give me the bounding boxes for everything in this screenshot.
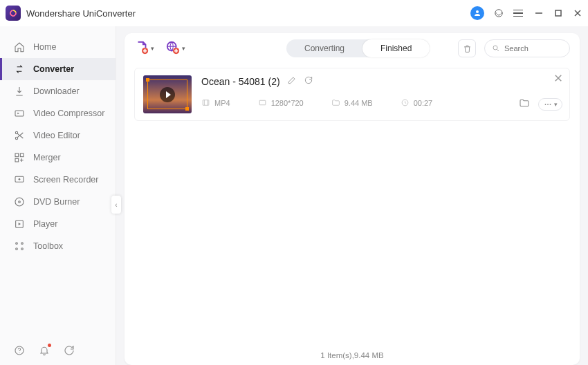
sidebar-item-label: Toolbox <box>33 241 63 251</box>
sidebar-item-editor[interactable]: Video Editor <box>0 124 116 147</box>
tab-finished[interactable]: Finished <box>362 39 430 57</box>
file-card: Ocean - 54081 (2) MP4 1280*720 <box>134 68 570 121</box>
svg-point-20 <box>21 248 24 250</box>
recorder-icon <box>14 174 25 185</box>
notification-icon[interactable] <box>39 345 50 358</box>
compressor-icon <box>14 108 25 119</box>
svg-rect-9 <box>15 153 19 157</box>
add-file-icon <box>134 40 149 57</box>
scissors-icon <box>14 130 25 141</box>
status-text: 1 Item(s),9.44 MB <box>320 351 383 359</box>
add-url-button[interactable]: ▾ <box>165 40 185 57</box>
sidebar-item-label: DVD Burner <box>33 197 80 207</box>
svg-point-34 <box>547 104 549 105</box>
svg-rect-3 <box>555 10 561 16</box>
sidebar-item-label: Downloader <box>33 86 80 96</box>
svg-point-33 <box>545 104 546 105</box>
sidebar-item-label: Player <box>33 219 57 229</box>
search-input[interactable] <box>504 44 560 53</box>
svg-rect-28 <box>203 100 209 106</box>
svg-point-18 <box>21 243 24 245</box>
sidebar-item-label: Video Compressor <box>33 109 104 118</box>
sidebar-item-converter[interactable]: Converter <box>0 58 116 80</box>
refresh-button[interactable] <box>304 75 313 87</box>
sidebar-item-downloader[interactable]: Downloader <box>0 80 116 102</box>
svg-point-8 <box>15 137 17 139</box>
clock-icon <box>401 98 410 107</box>
file-list: Ocean - 54081 (2) MP4 1280*720 <box>125 64 580 346</box>
svg-point-7 <box>15 131 17 133</box>
menu-icon[interactable] <box>513 10 523 17</box>
merger-icon <box>14 152 25 163</box>
app-logo <box>6 6 21 21</box>
search-icon <box>492 44 500 53</box>
sidebar-item-label: Home <box>33 42 56 52</box>
svg-point-35 <box>550 104 551 105</box>
chevron-down-icon: ▾ <box>554 101 558 108</box>
meta-duration: 00:27 <box>401 98 433 107</box>
disc-icon <box>14 196 25 207</box>
trash-icon <box>463 44 472 53</box>
svg-rect-11 <box>15 158 19 162</box>
help-icon[interactable] <box>14 345 25 358</box>
close-button[interactable] <box>573 8 582 18</box>
feedback-icon[interactable] <box>64 345 75 358</box>
svg-point-17 <box>16 243 18 245</box>
sidebar-item-recorder[interactable]: Screen Recorder <box>0 169 116 191</box>
toolbar: ▾ ▾ Converting Finished <box>125 33 580 64</box>
chevron-down-icon: ▾ <box>182 45 185 52</box>
open-folder-button[interactable] <box>519 97 530 111</box>
sidebar-item-player[interactable]: Player <box>0 213 116 235</box>
search-box[interactable] <box>484 39 570 57</box>
play-icon <box>160 87 175 102</box>
svg-point-13 <box>19 178 21 180</box>
more-icon <box>543 100 553 109</box>
sidebar-item-merger[interactable]: Merger <box>0 147 116 169</box>
tabs: Converting Finished <box>286 39 430 57</box>
toolbox-icon <box>14 241 25 252</box>
chevron-down-icon: ▾ <box>151 45 154 52</box>
play-icon <box>14 218 25 230</box>
sidebar-item-toolbox[interactable]: Toolbox <box>0 235 116 257</box>
meta-size: 9.44 MB <box>331 98 373 107</box>
add-file-button[interactable]: ▾ <box>134 40 154 57</box>
video-thumbnail[interactable] <box>143 75 192 113</box>
more-actions-button[interactable]: ▾ <box>538 98 562 111</box>
main-area: ▾ ▾ Converting Finished <box>116 26 588 365</box>
svg-point-14 <box>15 198 24 206</box>
svg-point-0 <box>476 10 479 13</box>
meta-resolution: 1280*720 <box>258 98 304 107</box>
svg-rect-10 <box>20 153 24 157</box>
sidebar-item-label: Converter <box>33 64 74 74</box>
folder-icon <box>331 98 340 107</box>
user-account-icon[interactable] <box>470 6 484 20</box>
svg-point-26 <box>493 46 497 50</box>
folder-icon <box>519 97 530 109</box>
status-bar: 1 Item(s),9.44 MB <box>125 346 580 365</box>
sidebar-item-label: Video Editor <box>33 131 80 140</box>
close-icon <box>554 74 562 82</box>
file-title: Ocean - 54081 (2) <box>201 76 280 87</box>
edit-name-button[interactable] <box>287 75 297 87</box>
sidebar-item-dvd[interactable]: DVD Burner <box>0 191 116 213</box>
remove-file-button[interactable] <box>554 74 562 84</box>
resolution-icon <box>258 98 267 107</box>
sidebar-item-home[interactable]: Home <box>0 36 116 58</box>
sidebar-item-label: Screen Recorder <box>33 175 99 185</box>
svg-line-27 <box>497 50 499 52</box>
add-url-icon <box>165 40 181 57</box>
maximize-button[interactable] <box>553 8 563 18</box>
support-icon[interactable] <box>494 8 504 18</box>
svg-point-19 <box>16 248 18 250</box>
meta-format: MP4 <box>201 98 230 107</box>
tab-converting[interactable]: Converting <box>286 39 362 57</box>
svg-rect-29 <box>259 100 266 105</box>
film-icon <box>201 98 210 107</box>
sidebar-item-compressor[interactable]: Video Compressor <box>0 102 116 124</box>
sidebar-collapse-button[interactable]: ‹ <box>111 196 121 214</box>
svg-point-15 <box>19 201 21 203</box>
home-icon <box>14 41 25 53</box>
minimize-button[interactable] <box>534 8 544 18</box>
converter-icon <box>14 64 25 75</box>
clear-list-button[interactable] <box>458 39 476 57</box>
